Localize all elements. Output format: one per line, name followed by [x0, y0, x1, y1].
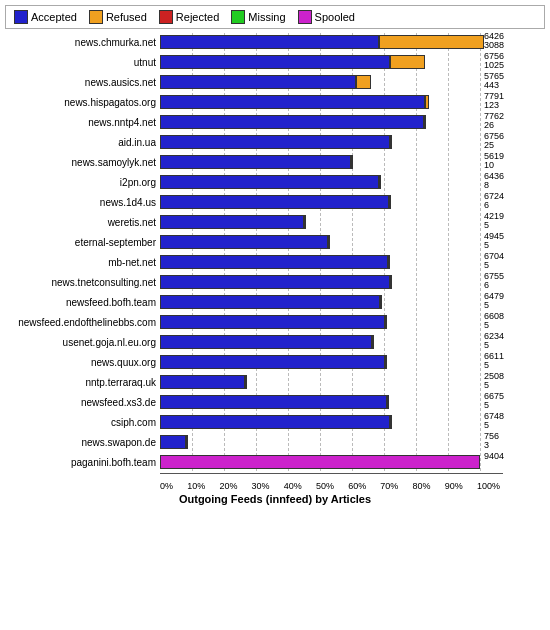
accepted-bar	[160, 435, 186, 449]
grid-line	[480, 253, 481, 271]
grid-line	[480, 413, 481, 431]
row-label: news.samoylyk.net	[5, 157, 160, 168]
accepted-bar	[160, 315, 385, 329]
refused-bar	[424, 115, 426, 129]
refused-bar	[328, 235, 330, 249]
accepted-bar	[160, 415, 390, 429]
spooled-color	[298, 10, 312, 24]
refused-bar	[390, 275, 392, 289]
grid-line	[480, 73, 481, 91]
spooled-bar	[379, 175, 381, 189]
grid-line	[448, 313, 449, 331]
grid-line	[352, 233, 353, 251]
accepted-bar	[160, 335, 372, 349]
accepted-bar	[160, 35, 379, 49]
bar-value-label: 7563	[484, 432, 499, 450]
bar-value-label: 66085	[484, 312, 504, 330]
grid-line	[448, 393, 449, 411]
chart-container: Accepted Refused Rejected Missing Spoole…	[0, 0, 550, 630]
refused-bar	[390, 55, 425, 69]
bar-value-label: 67045	[484, 252, 504, 270]
grid-line	[480, 233, 481, 251]
accepted-bar	[160, 115, 424, 129]
grid-line	[384, 73, 385, 91]
grid-line	[448, 233, 449, 251]
legend-refused: Refused	[89, 10, 147, 24]
refused-bar	[356, 75, 371, 89]
table-row: news.nntp4.net776226	[5, 113, 545, 131]
grid-line	[448, 53, 449, 71]
rejected-color	[159, 10, 173, 24]
grid-line	[480, 193, 481, 211]
bar-value-label: 67485	[484, 412, 504, 430]
accepted-bar	[160, 95, 425, 109]
grid-line	[416, 153, 417, 171]
row-label: news.tnetconsulting.net	[5, 277, 160, 288]
x-axis	[160, 473, 503, 481]
accepted-bar	[160, 215, 304, 229]
missing-label: Missing	[248, 11, 285, 23]
chart-area: news.chmurka.net64263088utnut67561025new…	[5, 33, 545, 473]
row-label: news.ausics.net	[5, 77, 160, 88]
grid-line	[448, 333, 449, 351]
grid-line	[384, 153, 385, 171]
refused-bar	[388, 255, 390, 269]
grid-line	[256, 373, 257, 391]
table-row: news.quux.org66115	[5, 353, 545, 371]
bar-value-label: 67561025	[484, 52, 504, 70]
grid-line	[416, 293, 417, 311]
table-row: news.hispagatos.org7791123	[5, 93, 545, 111]
grid-line	[480, 353, 481, 371]
table-row: aid.in.ua675625	[5, 133, 545, 151]
grid-line	[288, 433, 289, 451]
grid-line	[384, 333, 385, 351]
accepted-bar	[160, 235, 328, 249]
chart-title: Outgoing Feeds (innfeed) by Articles	[5, 493, 545, 505]
grid-line	[416, 333, 417, 351]
refused-bar	[379, 35, 484, 49]
row-label: csiph.com	[5, 417, 160, 428]
grid-line	[480, 433, 481, 451]
grid-line	[448, 253, 449, 271]
missing-color	[231, 10, 245, 24]
grid-line	[480, 173, 481, 191]
accepted-bar	[160, 355, 385, 369]
accepted-bar	[160, 135, 390, 149]
grid-line	[416, 373, 417, 391]
grid-line	[480, 153, 481, 171]
table-row: utnut67561025	[5, 53, 545, 71]
row-label: news.nntp4.net	[5, 117, 160, 128]
bar-value-label: 5765443	[484, 72, 504, 90]
grid-line	[480, 213, 481, 231]
grid-line	[384, 373, 385, 391]
grid-line	[352, 433, 353, 451]
bar-value-label: 42195	[484, 212, 504, 230]
refused-bar	[385, 355, 387, 369]
grid-line	[352, 213, 353, 231]
grid-line	[448, 353, 449, 371]
accepted-bar	[160, 195, 389, 209]
grid-line	[416, 213, 417, 231]
rejected-bar	[389, 195, 391, 209]
table-row: news.1d4.us67246	[5, 193, 545, 211]
grid-line	[384, 293, 385, 311]
grid-line	[416, 173, 417, 191]
grid-line	[480, 273, 481, 291]
row-label: news.chmurka.net	[5, 37, 160, 48]
grid-line	[416, 193, 417, 211]
refused-bar	[380, 295, 382, 309]
accepted-label: Accepted	[31, 11, 77, 23]
row-label: news.1d4.us	[5, 197, 160, 208]
grid-line	[448, 153, 449, 171]
grid-line	[480, 393, 481, 411]
grid-line	[416, 253, 417, 271]
grid-line	[224, 433, 225, 451]
bar-value-label: 9404	[484, 452, 504, 461]
row-label: i2pn.org	[5, 177, 160, 188]
grid-line	[352, 373, 353, 391]
refused-bar	[390, 415, 392, 429]
row-label: newsfeed.endofthelinebbs.com	[5, 317, 160, 328]
refused-bar	[372, 335, 374, 349]
grid-line	[448, 133, 449, 151]
bar-value-label: 25085	[484, 372, 504, 390]
